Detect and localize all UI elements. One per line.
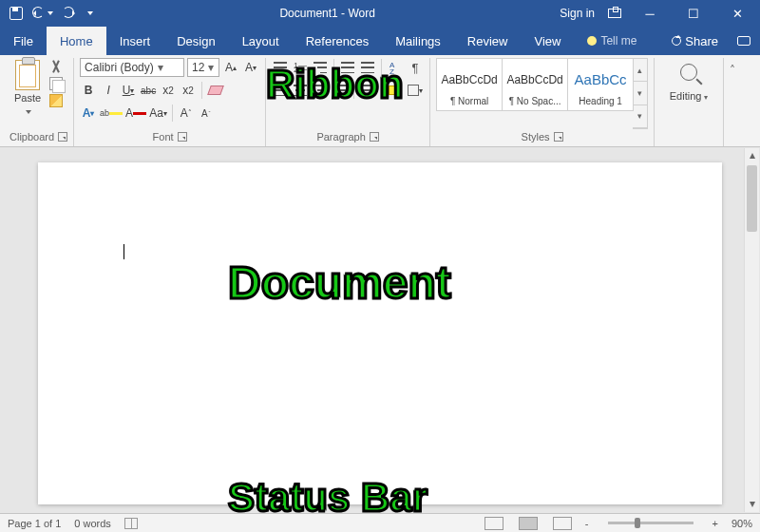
- tab-home[interactable]: Home: [47, 27, 106, 55]
- title-bar: Document1 - Word Sign in ─ ☐ ✕: [0, 0, 760, 27]
- paste-button[interactable]: Paste: [10, 58, 46, 129]
- align-left-icon[interactable]: [272, 81, 289, 100]
- read-mode-icon[interactable]: [484, 517, 504, 530]
- zoom-in-button[interactable]: +: [712, 518, 718, 529]
- grow-font-icon[interactable]: A▴: [222, 58, 239, 77]
- page-indicator[interactable]: Page 1 of 1: [8, 518, 61, 529]
- document-page[interactable]: [38, 162, 722, 504]
- redo-icon[interactable]: [63, 7, 76, 20]
- clear-formatting-icon[interactable]: [207, 81, 224, 100]
- title-bar-right: Sign in ─ ☐ ✕: [552, 0, 760, 27]
- paste-icon: [15, 60, 40, 90]
- group-label-styles: Styles: [522, 131, 550, 142]
- tab-layout[interactable]: Layout: [229, 27, 293, 55]
- group-label-clipboard: Clipboard: [10, 131, 54, 142]
- font-color-icon[interactable]: A: [125, 104, 146, 123]
- chevron-down-icon: [26, 110, 31, 114]
- cut-icon[interactable]: [49, 60, 63, 73]
- text-effects-icon[interactable]: A▾: [80, 104, 97, 123]
- zoom-slider-thumb[interactable]: [635, 518, 640, 528]
- dialog-launcher-icon[interactable]: [554, 132, 563, 142]
- collapse-ribbon-icon[interactable]: ˄: [723, 58, 740, 146]
- text-cursor: [124, 244, 124, 259]
- style-heading-1[interactable]: AaBbCc Heading 1: [567, 58, 634, 111]
- zoom-out-button[interactable]: -: [585, 518, 589, 529]
- tab-insert[interactable]: Insert: [106, 27, 164, 55]
- scrollbar-thumb[interactable]: [747, 165, 757, 232]
- window-title: Document1 - Word: [103, 7, 552, 20]
- zoom-level[interactable]: 90%: [732, 518, 752, 529]
- word-count[interactable]: 0 words: [74, 518, 111, 529]
- underline-button[interactable]: U▾: [120, 81, 137, 100]
- tab-references[interactable]: References: [293, 27, 382, 55]
- tab-mailings[interactable]: Mailings: [382, 27, 454, 55]
- ribbon-tabstrip: File Home Insert Design Layout Reference…: [0, 27, 760, 55]
- web-layout-icon[interactable]: [553, 517, 572, 530]
- tab-view[interactable]: View: [521, 27, 574, 55]
- shrink-font2-icon[interactable]: A˅: [198, 104, 215, 123]
- align-center-icon[interactable]: [292, 81, 309, 100]
- strike-button[interactable]: abc: [140, 81, 157, 100]
- font-name-value: Calibri (Body): [85, 61, 154, 74]
- close-button[interactable]: ✕: [722, 0, 752, 27]
- grow-font2-icon[interactable]: A˄: [178, 104, 195, 123]
- style-name: ¶ Normal: [439, 96, 500, 106]
- increase-indent-icon[interactable]: [359, 58, 376, 77]
- style-no-spacing[interactable]: AaBbCcDd ¶ No Spac...: [502, 58, 568, 111]
- borders-icon[interactable]: ▾: [407, 81, 424, 100]
- copy-icon[interactable]: [49, 77, 63, 90]
- save-icon[interactable]: [10, 7, 23, 20]
- bulb-icon: [587, 36, 597, 46]
- group-editing: Editing ▾: [655, 58, 723, 146]
- tab-file[interactable]: File: [0, 27, 47, 55]
- maximize-button[interactable]: ☐: [678, 0, 709, 27]
- find-icon[interactable]: [680, 64, 697, 81]
- style-normal[interactable]: AaBbCcDd ¶ Normal: [436, 58, 503, 111]
- customize-qat-icon[interactable]: [87, 11, 93, 15]
- zoom-slider[interactable]: [608, 522, 694, 524]
- print-layout-icon[interactable]: [519, 517, 538, 530]
- group-font: Calibri (Body)▾ 12▾ A▴ A▾ B I U▾ abc x2 …: [74, 58, 266, 146]
- tell-me-label: Tell me: [600, 34, 636, 48]
- highlight-icon[interactable]: ab: [100, 104, 123, 123]
- bullets-icon[interactable]: [272, 58, 289, 77]
- comments-button[interactable]: [728, 27, 760, 55]
- shading-icon[interactable]: [387, 81, 404, 100]
- tab-review[interactable]: Review: [454, 27, 522, 55]
- editing-label[interactable]: Editing: [670, 90, 702, 102]
- font-name-combo[interactable]: Calibri (Body)▾: [80, 58, 184, 77]
- style-preview: AaBbCcDd: [504, 63, 565, 96]
- subscript-button[interactable]: x2: [160, 81, 177, 100]
- bold-button[interactable]: B: [80, 81, 97, 100]
- line-spacing-icon[interactable]: ▾: [359, 81, 376, 100]
- group-clipboard: Paste Clipboard: [4, 58, 74, 146]
- sort-icon[interactable]: [387, 58, 404, 77]
- decrease-indent-icon[interactable]: [339, 58, 356, 77]
- minimize-button[interactable]: ─: [635, 0, 665, 27]
- font-size-combo[interactable]: 12▾: [187, 58, 219, 77]
- align-right-icon[interactable]: [312, 81, 329, 100]
- numbering-icon[interactable]: 1—2—: [292, 58, 309, 77]
- show-marks-icon[interactable]: ¶: [407, 58, 424, 77]
- undo-button[interactable]: [32, 7, 53, 20]
- ribbon: Paste Clipboard Calibri (Body)▾ 12▾ A▴ A…: [0, 55, 760, 147]
- tab-design[interactable]: Design: [163, 27, 228, 55]
- share-button[interactable]: Share: [662, 27, 728, 55]
- spelling-icon[interactable]: [124, 518, 138, 529]
- vertical-scrollbar[interactable]: ▴ ▾: [744, 148, 759, 512]
- style-name: Heading 1: [570, 96, 631, 106]
- dialog-launcher-icon[interactable]: [58, 132, 67, 142]
- justify-icon[interactable]: [332, 81, 349, 100]
- gallery-scroll[interactable]: ▴▾▾: [633, 58, 648, 129]
- signin-button[interactable]: Sign in: [560, 7, 595, 20]
- multilevel-icon[interactable]: [312, 58, 329, 77]
- ribbon-display-icon[interactable]: [608, 9, 621, 18]
- change-case-icon[interactable]: Aa▾: [149, 104, 167, 123]
- dialog-launcher-icon[interactable]: [178, 132, 187, 142]
- format-painter-icon[interactable]: [49, 94, 63, 107]
- superscript-button[interactable]: x2: [180, 81, 197, 100]
- dialog-launcher-icon[interactable]: [370, 132, 379, 142]
- shrink-font-icon[interactable]: A▾: [242, 58, 259, 77]
- italic-button[interactable]: I: [100, 81, 117, 100]
- tell-me-search[interactable]: Tell me: [574, 27, 650, 55]
